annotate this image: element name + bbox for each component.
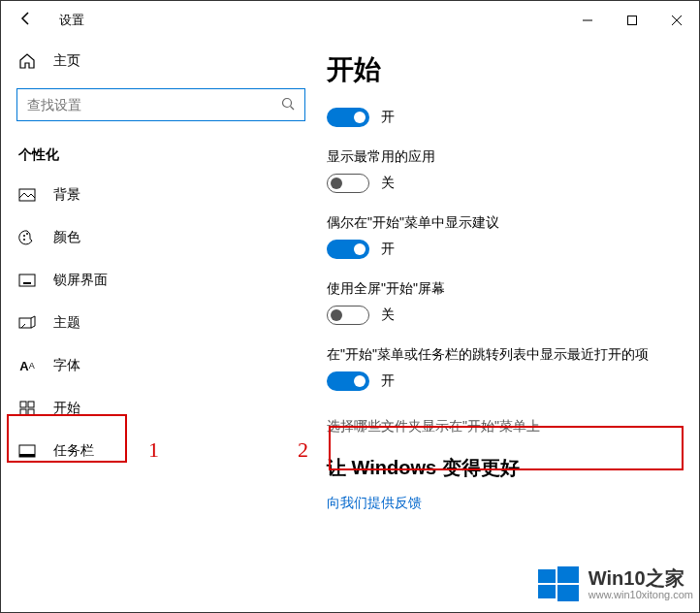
setting-row: 开: [327, 108, 680, 127]
toggle-switch[interactable]: [327, 371, 369, 391]
svg-point-4: [283, 98, 292, 107]
minimize-button[interactable]: [565, 5, 610, 36]
window-controls: [565, 5, 699, 36]
svg-point-7: [23, 235, 25, 237]
setting-row: 在"开始"菜单或任务栏的跳转列表中显示最近打开的项 开: [327, 346, 680, 391]
start-icon: [18, 401, 36, 416]
svg-rect-15: [20, 409, 26, 415]
home-nav[interactable]: 主页: [1, 40, 321, 82]
toggle-state: 开: [381, 372, 395, 390]
svg-rect-13: [20, 402, 26, 407]
sidebar-item-label: 任务栏: [53, 442, 94, 460]
setting-row: 显示最常用的应用 关: [327, 148, 680, 193]
setting-label: 使用全屏"开始"屏幕: [327, 280, 680, 298]
titlebar: 设置: [1, 1, 699, 40]
sidebar-item-label: 开始: [53, 400, 80, 417]
sidebar-item-lockscreen[interactable]: 锁屏界面: [1, 259, 321, 302]
taskbar-icon: [18, 444, 36, 458]
search-box[interactable]: [16, 88, 305, 121]
page-title: 开始: [327, 51, 680, 88]
themes-icon: [18, 315, 36, 331]
toggle-state: 开: [381, 109, 395, 126]
home-icon: [18, 52, 36, 70]
toggle-state: 开: [381, 241, 395, 258]
sidebar-item-taskbar[interactable]: 任务栏: [1, 430, 321, 472]
svg-rect-18: [19, 454, 35, 457]
setting-label: 偶尔在"开始"菜单中显示建议: [327, 214, 680, 232]
palette-icon: [18, 229, 36, 246]
svg-rect-11: [23, 282, 31, 284]
sidebar-item-label: 字体: [53, 357, 80, 374]
lockscreen-icon: [18, 274, 36, 287]
setting-row: 偶尔在"开始"菜单中显示建议 开: [327, 214, 680, 259]
home-label: 主页: [53, 52, 80, 70]
fonts-icon: AA: [18, 359, 36, 373]
toggle-switch[interactable]: [327, 108, 369, 127]
back-button[interactable]: [18, 11, 38, 31]
search-input[interactable]: [27, 97, 281, 113]
sidebar: 主页 个性化 背景 颜色 锁屏界面 主题 AA: [1, 40, 321, 612]
svg-rect-10: [19, 274, 35, 286]
content-area: 开始 开 显示最常用的应用 关 偶尔在"开始"菜单中显示建议 开 使用全屏"开始…: [321, 40, 699, 612]
sidebar-item-label: 颜色: [53, 229, 80, 246]
toggle-state: 关: [381, 175, 395, 192]
toggle-switch[interactable]: [327, 240, 369, 259]
sidebar-item-start[interactable]: 开始: [1, 387, 321, 430]
setting-row: 使用全屏"开始"屏幕 关: [327, 280, 680, 325]
toggle-switch[interactable]: [327, 306, 369, 325]
sidebar-item-label: 主题: [53, 314, 80, 332]
sidebar-item-themes[interactable]: 主题: [1, 302, 321, 344]
folder-link[interactable]: 选择哪些文件夹显示在"开始"菜单上: [327, 412, 680, 441]
svg-rect-16: [28, 409, 34, 415]
close-button[interactable]: [654, 5, 699, 36]
toggle-switch[interactable]: [327, 174, 369, 193]
sidebar-item-label: 背景: [53, 186, 80, 204]
maximize-button[interactable]: [610, 5, 654, 36]
toggle-state: 关: [381, 306, 395, 324]
app-title: 设置: [59, 12, 84, 29]
sidebar-item-label: 锁屏界面: [53, 272, 108, 289]
category-label: 个性化: [1, 131, 321, 174]
sidebar-item-colors[interactable]: 颜色: [1, 216, 321, 259]
feedback-link[interactable]: 向我们提供反馈: [327, 489, 680, 518]
sidebar-item-background[interactable]: 背景: [1, 174, 321, 216]
svg-rect-12: [19, 318, 31, 328]
svg-rect-1: [628, 16, 637, 25]
svg-point-9: [23, 239, 25, 241]
svg-rect-14: [28, 402, 34, 407]
svg-line-5: [291, 106, 295, 110]
setting-label: 显示最常用的应用: [327, 148, 680, 166]
sidebar-item-fonts[interactable]: AA 字体: [1, 344, 321, 387]
setting-label: 在"开始"菜单或任务栏的跳转列表中显示最近打开的项: [327, 346, 680, 364]
section-heading: 让 Windows 变得更好: [327, 455, 680, 481]
picture-icon: [18, 188, 36, 202]
search-icon: [281, 97, 295, 113]
svg-point-8: [26, 233, 28, 235]
